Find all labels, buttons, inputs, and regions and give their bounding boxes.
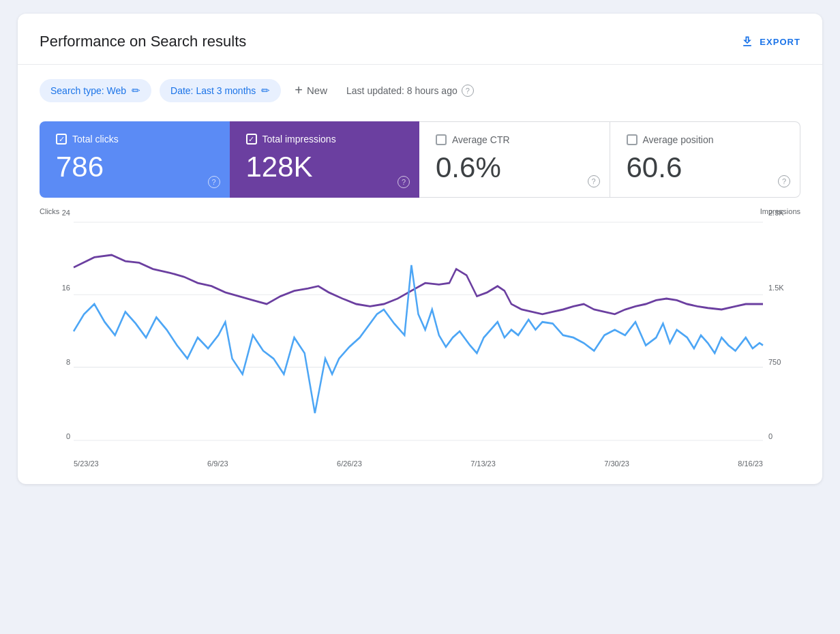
metric-total-clicks[interactable]: ✓ Total clicks 786 ? <box>40 121 230 198</box>
y-right-label-0: 2.3K <box>768 209 784 217</box>
export-icon <box>740 35 754 48</box>
ctr-help-icon[interactable]: ? <box>588 175 600 187</box>
x-label-0: 5/23/23 <box>74 459 99 468</box>
metric-total-impressions[interactable]: ✓ Total impressions 128K ? <box>230 121 420 198</box>
y-left-label-0: 24 <box>62 209 70 217</box>
y-right-label-3: 0 <box>768 432 772 440</box>
x-label-2: 6/26/23 <box>337 459 362 468</box>
y-axis-left: 24 16 8 0 <box>40 209 70 440</box>
y-left-label-3: 0 <box>66 432 70 440</box>
page-title: Performance on Search results <box>40 33 246 50</box>
main-card: Performance on Search results EXPORT Sea… <box>18 14 822 484</box>
chart-area: Clicks Impressions 24 16 8 0 2.3K 1.5K 7… <box>40 209 800 468</box>
clicks-help-icon[interactable]: ? <box>208 176 220 188</box>
position-checkbox[interactable] <box>627 134 638 145</box>
chart-svg <box>74 222 763 440</box>
x-label-3: 7/13/23 <box>470 459 496 468</box>
y-right-label-2: 750 <box>768 358 781 366</box>
header: Performance on Search results EXPORT <box>18 14 822 65</box>
last-updated: Last updated: 8 hours ago ? <box>346 85 474 97</box>
ctr-checkbox[interactable] <box>436 134 447 145</box>
info-icon[interactable]: ? <box>462 85 474 97</box>
export-button[interactable]: EXPORT <box>740 35 800 48</box>
edit-icon: ✏ <box>132 85 140 97</box>
filters-row: Search type: Web ✏ Date: Last 3 months ✏… <box>18 65 822 116</box>
impressions-value: 128K <box>246 151 404 183</box>
position-value: 60.6 <box>627 152 784 183</box>
clicks-value: 786 <box>56 151 213 183</box>
y-axis-right: 2.3K 1.5K 750 0 <box>763 209 800 440</box>
y-left-label-2: 8 <box>66 358 70 366</box>
y-right-label-1: 1.5K <box>768 284 784 292</box>
x-axis-labels: 5/23/23 6/9/23 6/26/23 7/13/23 7/30/23 8… <box>74 459 763 468</box>
position-help-icon[interactable]: ? <box>778 175 790 187</box>
x-label-1: 6/9/23 <box>207 459 228 468</box>
edit-icon: ✏ <box>261 85 270 97</box>
y-left-label-1: 16 <box>62 284 70 292</box>
position-label: Average position <box>643 134 714 145</box>
impressions-label: Total impressions <box>262 134 336 145</box>
new-button[interactable]: + New <box>289 77 333 104</box>
impressions-help-icon[interactable]: ? <box>397 176 410 188</box>
ctr-value: 0.6% <box>436 152 593 183</box>
x-label-4: 7/30/23 <box>604 459 629 468</box>
metrics-row: ✓ Total clicks 786 ? ✓ Total impressions… <box>40 121 800 198</box>
plus-icon: + <box>295 82 303 98</box>
date-filter[interactable]: Date: Last 3 months ✏ <box>160 79 281 102</box>
metric-average-position[interactable]: Average position 60.6 ? <box>610 121 801 198</box>
search-type-filter[interactable]: Search type: Web ✏ <box>40 79 151 102</box>
ctr-label: Average CTR <box>452 134 510 145</box>
impressions-checkbox[interactable]: ✓ <box>246 134 257 145</box>
clicks-checkbox[interactable]: ✓ <box>56 134 67 145</box>
x-label-5: 8/16/23 <box>738 459 763 468</box>
metric-average-ctr[interactable]: Average CTR 0.6% ? <box>419 121 610 198</box>
clicks-label: Total clicks <box>72 134 119 145</box>
chart-svg-container <box>74 222 763 440</box>
